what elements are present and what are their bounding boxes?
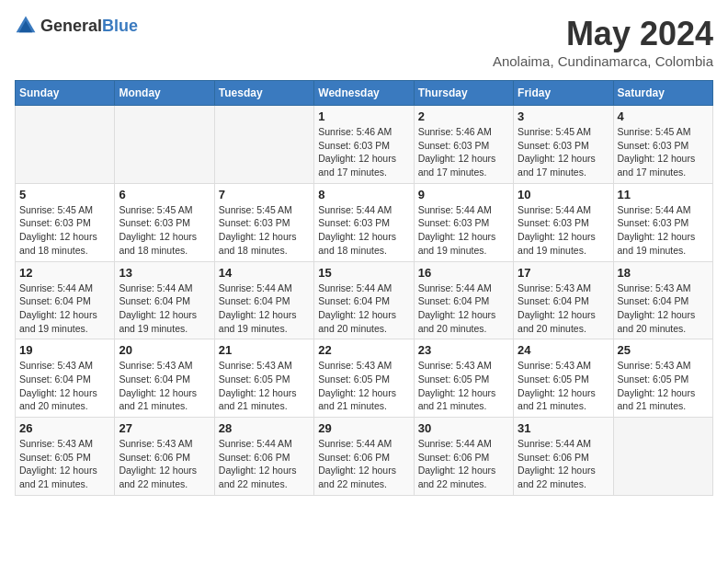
day-info: Sunrise: 5:43 AMSunset: 6:05 PMDaylight:… xyxy=(318,359,409,413)
calendar-cell: 21Sunrise: 5:43 AMSunset: 6:05 PMDayligh… xyxy=(214,339,313,418)
logo: GeneralBlue xyxy=(15,15,138,37)
day-number: 9 xyxy=(418,188,509,201)
calendar-cell: 8Sunrise: 5:44 AMSunset: 6:03 PMDaylight… xyxy=(314,183,414,261)
logo-text-blue: Blue xyxy=(102,17,138,35)
day-header: Thursday xyxy=(414,81,513,106)
calendar-cell: 30Sunrise: 5:44 AMSunset: 6:06 PMDayligh… xyxy=(414,418,513,496)
calendar-cell: 26Sunrise: 5:43 AMSunset: 6:05 PMDayligh… xyxy=(16,418,115,496)
day-number: 13 xyxy=(119,266,210,280)
day-number: 2 xyxy=(418,109,509,123)
day-number: 14 xyxy=(219,266,310,280)
day-info: Sunrise: 5:43 AMSunset: 6:06 PMDaylight:… xyxy=(119,437,210,491)
calendar-cell: 18Sunrise: 5:43 AMSunset: 6:04 PMDayligh… xyxy=(613,261,712,339)
day-info: Sunrise: 5:43 AMSunset: 6:04 PMDaylight:… xyxy=(119,359,210,413)
day-number: 27 xyxy=(119,421,210,435)
calendar-cell: 29Sunrise: 5:44 AMSunset: 6:06 PMDayligh… xyxy=(314,418,414,496)
day-info: Sunrise: 5:45 AMSunset: 6:03 PMDaylight:… xyxy=(618,125,709,179)
calendar-cell: 28Sunrise: 5:44 AMSunset: 6:06 PMDayligh… xyxy=(214,418,313,496)
day-info: Sunrise: 5:44 AMSunset: 6:06 PMDaylight:… xyxy=(318,437,409,491)
day-info: Sunrise: 5:44 AMSunset: 6:04 PMDaylight:… xyxy=(418,282,509,336)
logo-icon xyxy=(15,15,37,37)
day-info: Sunrise: 5:43 AMSunset: 6:05 PMDaylight:… xyxy=(518,359,609,413)
day-info: Sunrise: 5:43 AMSunset: 6:05 PMDaylight:… xyxy=(19,437,110,491)
calendar-week-row: 12Sunrise: 5:44 AMSunset: 6:04 PMDayligh… xyxy=(16,261,713,339)
day-number: 24 xyxy=(518,343,609,357)
calendar-cell: 15Sunrise: 5:44 AMSunset: 6:04 PMDayligh… xyxy=(314,261,414,339)
calendar-cell: 5Sunrise: 5:45 AMSunset: 6:03 PMDaylight… xyxy=(16,183,115,261)
calendar-cell: 27Sunrise: 5:43 AMSunset: 6:06 PMDayligh… xyxy=(115,418,214,496)
day-info: Sunrise: 5:44 AMSunset: 6:03 PMDaylight:… xyxy=(518,203,609,258)
day-header: Wednesday xyxy=(314,81,414,106)
main-title: May 2024 xyxy=(493,15,713,53)
day-number: 6 xyxy=(119,188,210,201)
calendar-cell: 19Sunrise: 5:43 AMSunset: 6:04 PMDayligh… xyxy=(16,339,115,418)
calendar-cell: 24Sunrise: 5:43 AMSunset: 6:05 PMDayligh… xyxy=(514,339,613,418)
calendar-cell: 1Sunrise: 5:46 AMSunset: 6:03 PMDaylight… xyxy=(314,106,414,184)
calendar-cell: 9Sunrise: 5:44 AMSunset: 6:03 PMDaylight… xyxy=(414,183,513,261)
day-info: Sunrise: 5:45 AMSunset: 6:03 PMDaylight:… xyxy=(518,125,609,179)
day-number: 23 xyxy=(418,343,509,357)
day-info: Sunrise: 5:44 AMSunset: 6:03 PMDaylight:… xyxy=(318,203,409,258)
day-number: 21 xyxy=(219,343,310,357)
calendar-cell xyxy=(613,418,712,496)
day-info: Sunrise: 5:44 AMSunset: 6:06 PMDaylight:… xyxy=(518,437,609,491)
day-info: Sunrise: 5:45 AMSunset: 6:03 PMDaylight:… xyxy=(219,203,310,258)
header: GeneralBlue May 2024 Anolaima, Cundinama… xyxy=(15,15,713,69)
day-number: 19 xyxy=(19,343,110,357)
day-number: 3 xyxy=(518,109,609,123)
day-number: 7 xyxy=(219,188,310,201)
logo-text-general: General xyxy=(40,17,102,35)
day-info: Sunrise: 5:43 AMSunset: 6:05 PMDaylight:… xyxy=(219,359,310,413)
calendar-cell: 20Sunrise: 5:43 AMSunset: 6:04 PMDayligh… xyxy=(115,339,214,418)
day-number: 29 xyxy=(318,421,409,435)
day-number: 16 xyxy=(418,266,509,280)
header-row: SundayMondayTuesdayWednesdayThursdayFrid… xyxy=(16,81,713,106)
day-info: Sunrise: 5:44 AMSunset: 6:04 PMDaylight:… xyxy=(219,282,310,336)
title-area: May 2024 Anolaima, Cundinamarca, Colombi… xyxy=(493,15,713,69)
day-info: Sunrise: 5:43 AMSunset: 6:04 PMDaylight:… xyxy=(518,282,609,336)
day-number: 5 xyxy=(19,188,110,201)
day-number: 12 xyxy=(19,266,110,280)
calendar-cell: 12Sunrise: 5:44 AMSunset: 6:04 PMDayligh… xyxy=(16,261,115,339)
calendar-cell: 11Sunrise: 5:44 AMSunset: 6:03 PMDayligh… xyxy=(613,183,712,261)
calendar-cell xyxy=(16,106,115,184)
day-info: Sunrise: 5:45 AMSunset: 6:03 PMDaylight:… xyxy=(119,203,210,258)
day-number: 8 xyxy=(318,188,409,201)
day-info: Sunrise: 5:43 AMSunset: 6:04 PMDaylight:… xyxy=(618,282,709,336)
day-number: 17 xyxy=(518,266,609,280)
day-info: Sunrise: 5:43 AMSunset: 6:05 PMDaylight:… xyxy=(618,359,709,413)
day-number: 1 xyxy=(318,109,409,123)
calendar-week-row: 19Sunrise: 5:43 AMSunset: 6:04 PMDayligh… xyxy=(16,339,713,418)
calendar-cell: 3Sunrise: 5:45 AMSunset: 6:03 PMDaylight… xyxy=(514,106,613,184)
day-header: Sunday xyxy=(16,81,115,106)
calendar-cell xyxy=(214,106,313,184)
day-info: Sunrise: 5:43 AMSunset: 6:04 PMDaylight:… xyxy=(19,359,110,413)
day-number: 20 xyxy=(119,343,210,357)
day-info: Sunrise: 5:44 AMSunset: 6:04 PMDaylight:… xyxy=(119,282,210,336)
day-number: 4 xyxy=(618,109,709,123)
day-header: Monday xyxy=(115,81,214,106)
day-number: 18 xyxy=(618,266,709,280)
calendar-cell: 10Sunrise: 5:44 AMSunset: 6:03 PMDayligh… xyxy=(514,183,613,261)
day-info: Sunrise: 5:44 AMSunset: 6:04 PMDaylight:… xyxy=(19,282,110,336)
day-info: Sunrise: 5:46 AMSunset: 6:03 PMDaylight:… xyxy=(418,125,509,179)
day-info: Sunrise: 5:43 AMSunset: 6:05 PMDaylight:… xyxy=(418,359,509,413)
calendar-cell: 23Sunrise: 5:43 AMSunset: 6:05 PMDayligh… xyxy=(414,339,513,418)
calendar-cell: 6Sunrise: 5:45 AMSunset: 6:03 PMDaylight… xyxy=(115,183,214,261)
calendar-cell: 2Sunrise: 5:46 AMSunset: 6:03 PMDaylight… xyxy=(414,106,513,184)
day-number: 28 xyxy=(219,421,310,435)
day-number: 15 xyxy=(318,266,409,280)
day-number: 25 xyxy=(618,343,709,357)
subtitle: Anolaima, Cundinamarca, Colombia xyxy=(493,53,713,69)
day-header: Friday xyxy=(514,81,613,106)
day-info: Sunrise: 5:44 AMSunset: 6:03 PMDaylight:… xyxy=(418,203,509,258)
day-number: 26 xyxy=(19,421,110,435)
day-number: 31 xyxy=(518,421,609,435)
day-info: Sunrise: 5:44 AMSunset: 6:04 PMDaylight:… xyxy=(318,282,409,336)
day-info: Sunrise: 5:44 AMSunset: 6:03 PMDaylight:… xyxy=(618,203,709,258)
day-header: Tuesday xyxy=(214,81,313,106)
calendar-cell: 22Sunrise: 5:43 AMSunset: 6:05 PMDayligh… xyxy=(314,339,414,418)
day-number: 10 xyxy=(518,188,609,201)
day-info: Sunrise: 5:46 AMSunset: 6:03 PMDaylight:… xyxy=(318,125,409,179)
day-number: 30 xyxy=(418,421,509,435)
